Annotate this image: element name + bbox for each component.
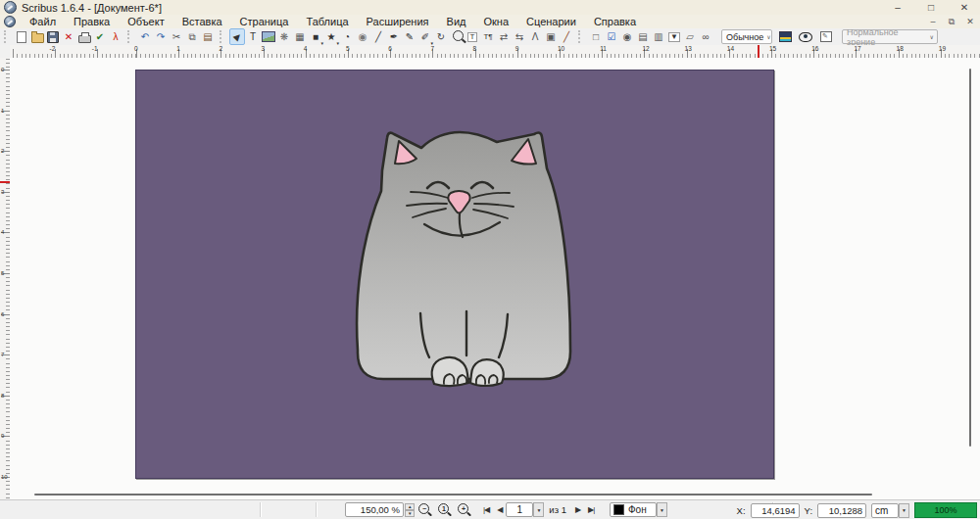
zoom-tool-button[interactable] (449, 28, 465, 45)
undo-button[interactable]: ↶ (137, 28, 153, 45)
insert-calligraphic-line-icon: ✐ (421, 32, 429, 42)
first-page-button[interactable]: |◀ (479, 502, 493, 517)
vision-defect-select[interactable]: Нормальное зрение ∨ (842, 29, 938, 44)
eye-dropper-button[interactable]: ╱ (559, 28, 574, 45)
insert-polygon-button[interactable]: ★▾ (323, 28, 339, 45)
insert-image-frame-button[interactable] (261, 28, 276, 45)
pdf-combo-box-icon: ▼ (668, 32, 681, 42)
measurements-button[interactable]: Λ (527, 28, 543, 45)
unit-dropdown-button[interactable]: ▼ (899, 503, 909, 518)
insert-table-button[interactable]: ▦ (292, 28, 308, 45)
pdf-push-button-button[interactable]: □ (588, 28, 604, 45)
new-document-button[interactable] (14, 28, 29, 45)
close-button[interactable]: ✕ (955, 2, 974, 13)
pdf-check-box-button[interactable]: ☑ (604, 28, 619, 45)
print-document-button[interactable] (76, 28, 92, 45)
toolbar: ✕✔λ↶↷✂⧉▤▶T❋▦■▾★▾◔◉╱✒✎✐▾↻TT¶⇄⇆Λ▣╱□☑◉▤▥▼▱∞… (0, 28, 980, 46)
edit-text-story-editor-button[interactable]: T¶ (480, 28, 496, 45)
mdi-minimize-button[interactable]: – (927, 17, 939, 27)
close-document-button[interactable]: ✕ (61, 28, 76, 45)
toolbar-handle-edit[interactable] (127, 30, 134, 43)
layer-selector[interactable]: Фон ▼ (610, 502, 667, 517)
copy-button[interactable]: ⧉ (184, 28, 200, 45)
layer-dropdown-button[interactable]: ▼ (657, 502, 667, 517)
zoom-out-button[interactable]: − (417, 502, 434, 517)
mdi-close-button[interactable]: ✕ (964, 17, 976, 27)
zoom-100-button[interactable]: 1 (437, 502, 454, 517)
cut-button[interactable]: ✂ (169, 28, 184, 45)
pdf-radio-button-button[interactable]: ◉ (619, 28, 635, 45)
insert-text-frame-button[interactable]: T (245, 28, 261, 45)
pdf-combo-box-button[interactable]: ▼ (666, 28, 682, 45)
redo-button[interactable]: ↷ (153, 28, 169, 45)
print-document-icon (78, 35, 91, 43)
insert-bezier-curve-button[interactable]: ✒ (386, 28, 402, 45)
insert-freehand-line-button[interactable]: ✎ (402, 28, 417, 45)
menu-файл[interactable]: Файл (21, 16, 65, 27)
menu-окна[interactable]: Окна (474, 16, 517, 27)
save-document-icon (47, 31, 59, 43)
pdf-link-annotation-button[interactable]: ∞ (698, 28, 713, 45)
edit-in-preview-button[interactable] (818, 28, 834, 45)
zoom-level-input[interactable]: 150,00 % (345, 502, 404, 517)
page-number-input[interactable]: 1 (506, 502, 533, 517)
mdi-restore-button[interactable]: ⧉ (946, 17, 957, 27)
zoom-controls: 150,00 % ▲ ▼ − 1 + (345, 502, 473, 517)
maximize-button[interactable]: □ (921, 2, 941, 13)
zoom-spin-down-button[interactable]: ▼ (405, 510, 415, 517)
color-management-button[interactable] (777, 28, 793, 45)
previous-page-button[interactable]: ◀ (493, 502, 506, 517)
zoom-tool-icon (453, 30, 464, 41)
insert-calligraphic-line-button[interactable]: ✐▾ (417, 28, 433, 45)
insert-line-button[interactable]: ╱ (370, 28, 386, 45)
unlink-text-frames-button[interactable]: ⇆ (512, 28, 527, 45)
menu-справка[interactable]: Справка (585, 16, 645, 27)
open-document-button[interactable] (29, 28, 45, 45)
zoom-in-button[interactable]: + (457, 502, 473, 517)
edit-contents-button[interactable]: T (465, 28, 480, 45)
menu-таблица[interactable]: Таблица (297, 16, 357, 27)
h-ruler-number: -2 (50, 45, 56, 52)
pdf-text-field-button[interactable]: ▤ (635, 28, 651, 45)
page[interactable] (135, 70, 774, 479)
paste-button[interactable]: ▤ (200, 28, 216, 45)
zoom-spin-up-button[interactable]: ▲ (405, 503, 415, 510)
page-number-dropdown[interactable]: ▼ (533, 502, 544, 517)
insert-arc-button[interactable]: ◔ (339, 28, 355, 45)
vertical-scrollbar[interactable] (969, 69, 971, 447)
horizontal-scrollbar[interactable] (34, 494, 872, 495)
menu-объект[interactable]: Объект (119, 16, 172, 27)
layer-combo[interactable]: Фон (610, 502, 657, 517)
export-pdf-button[interactable]: λ (108, 28, 123, 45)
save-document-button[interactable] (45, 28, 61, 45)
horizontal-ruler[interactable]: -2-1012345678910111213141516171819 (10, 45, 980, 59)
preflight-verifier-button[interactable]: ✔ (92, 28, 108, 45)
insert-render-frame-button[interactable]: ❋ (276, 28, 292, 45)
preview-mode-button[interactable] (798, 28, 813, 45)
menu-правка[interactable]: Правка (65, 16, 119, 27)
rotate-item-button[interactable]: ↻ (433, 28, 449, 45)
last-page-button[interactable]: ▶| (584, 502, 598, 517)
toolbar-handle-file[interactable] (4, 30, 11, 43)
unit-selector[interactable]: cm ▼ (871, 503, 909, 518)
toolbar-handle-tools[interactable] (220, 30, 226, 43)
menu-сценарии[interactable]: Сценарии (517, 16, 585, 27)
horizontal-ruler-ticks (10, 45, 980, 58)
pdf-annotation-button[interactable]: ▱ (682, 28, 698, 45)
insert-spiral-button[interactable]: ◉ (355, 28, 370, 45)
menu-вставка[interactable]: Вставка (173, 16, 231, 27)
minimize-button[interactable]: – (888, 2, 907, 13)
menu-расширения[interactable]: Расширения (358, 16, 438, 27)
link-text-frames-button[interactable]: ⇄ (496, 28, 512, 45)
toolbar-handle-pdf-tools[interactable] (578, 30, 585, 43)
menu-вид[interactable]: Вид (438, 16, 475, 27)
image-preview-quality-select[interactable]: Обычное ∨ (721, 29, 772, 44)
copy-item-properties-button[interactable]: ▣ (543, 28, 559, 45)
document-canvas[interactable] (10, 58, 980, 500)
pdf-list-box-button[interactable]: ▥ (651, 28, 666, 45)
next-page-button[interactable]: ▶ (571, 502, 584, 517)
menu-страница[interactable]: Страница (231, 16, 298, 27)
x-coordinate-value: 14,6194 (751, 503, 800, 518)
insert-shape-button[interactable]: ■▾ (308, 28, 323, 45)
select-item-button[interactable]: ▶ (229, 28, 245, 45)
